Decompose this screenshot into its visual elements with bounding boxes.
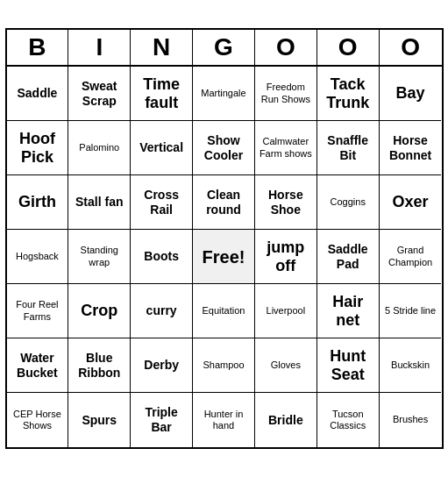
header-letter: O [317, 30, 380, 65]
bingo-cell[interactable]: Horse Bonnet [380, 121, 442, 175]
bingo-cell[interactable]: Triple Bar [131, 393, 193, 447]
bingo-cell[interactable]: Bay [380, 67, 442, 121]
bingo-cell[interactable]: Standing wrap [68, 230, 131, 284]
bingo-cell[interactable]: Sweat Scrap [68, 67, 131, 121]
bingo-cell[interactable]: Time fault [131, 67, 193, 121]
header-letter: O [255, 30, 317, 65]
bingo-cell[interactable]: Hunter in hand [193, 393, 255, 447]
bingo-cell[interactable]: Derby [131, 338, 193, 393]
bingo-cell[interactable]: Tucson Classics [317, 393, 380, 447]
bingo-header: BINGOOO [7, 30, 442, 67]
bingo-cell[interactable]: Equitation [193, 284, 255, 338]
bingo-cell[interactable]: CEP Horse Shows [7, 393, 69, 447]
bingo-cell[interactable]: Palomino [68, 121, 131, 175]
bingo-cell[interactable]: Cross Rail [131, 175, 193, 230]
bingo-cell[interactable]: Saddle Pad [317, 230, 380, 284]
bingo-cell[interactable]: Coggins [317, 175, 380, 230]
header-letter: I [68, 30, 131, 65]
bingo-cell[interactable]: Brushes [380, 393, 442, 447]
bingo-cell[interactable]: Hogsback [7, 230, 69, 284]
bingo-cell[interactable]: Shampoo [193, 338, 255, 393]
bingo-cell[interactable]: Four Reel Farms [7, 284, 69, 338]
bingo-cell[interactable]: Clean round [193, 175, 255, 230]
bingo-grid: SaddleSweat ScrapTime faultMartingaleFre… [7, 67, 442, 447]
bingo-card: BINGOOO SaddleSweat ScrapTime faultMarti… [5, 28, 444, 449]
header-letter: B [7, 30, 69, 65]
bingo-cell[interactable]: Oxer [380, 175, 442, 230]
bingo-cell[interactable]: Tack Trunk [317, 67, 380, 121]
bingo-cell[interactable]: Water Bucket [7, 338, 69, 393]
bingo-cell[interactable]: Saddle [7, 67, 69, 121]
bingo-cell[interactable]: Bridle [255, 393, 317, 447]
bingo-cell[interactable]: Liverpool [255, 284, 317, 338]
bingo-cell[interactable]: 5 Stride line [380, 284, 442, 338]
bingo-cell[interactable]: Blue Ribbon [68, 338, 131, 393]
bingo-cell[interactable]: Stall fan [68, 175, 131, 230]
header-letter: N [131, 30, 193, 65]
bingo-cell[interactable]: Grand Champion [380, 230, 442, 284]
bingo-cell[interactable]: Buckskin [380, 338, 442, 393]
header-letter: O [380, 30, 442, 65]
bingo-cell[interactable]: Freedom Run Shows [255, 67, 317, 121]
bingo-cell[interactable]: Hair net [317, 284, 380, 338]
bingo-cell[interactable]: jump off [255, 230, 317, 284]
bingo-cell[interactable]: Hunt Seat [317, 338, 380, 393]
bingo-cell[interactable]: Vertical [131, 121, 193, 175]
bingo-cell[interactable]: Martingale [193, 67, 255, 121]
bingo-cell[interactable]: Calmwater Farm shows [255, 121, 317, 175]
bingo-cell[interactable]: Girth [7, 175, 69, 230]
bingo-cell[interactable]: Horse Shoe [255, 175, 317, 230]
bingo-cell[interactable]: Hoof Pick [7, 121, 69, 175]
bingo-cell[interactable]: Free! [193, 230, 255, 284]
bingo-cell[interactable]: curry [131, 284, 193, 338]
bingo-cell[interactable]: Spurs [68, 393, 131, 447]
bingo-cell[interactable]: Snaffle Bit [317, 121, 380, 175]
bingo-cell[interactable]: Gloves [255, 338, 317, 393]
bingo-cell[interactable]: Crop [68, 284, 131, 338]
header-letter: G [193, 30, 255, 65]
bingo-cell[interactable]: Show Cooler [193, 121, 255, 175]
bingo-cell[interactable]: Boots [131, 230, 193, 284]
